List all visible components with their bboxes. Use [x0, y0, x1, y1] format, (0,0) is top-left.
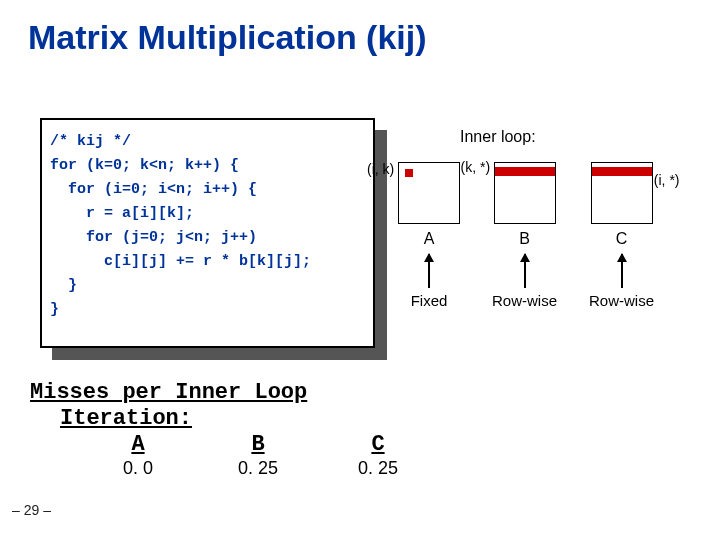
matrix-C-box: (i, *) [591, 162, 653, 224]
matrix-A-box: (i, k) [398, 162, 460, 224]
row-marker [495, 167, 555, 176]
col-header-A: A [78, 432, 198, 457]
arrow-icon [621, 254, 623, 288]
code-frame: /* kij */ for (k=0; k<n; k++) { for (i=0… [40, 118, 375, 348]
inner-loop-label: Inner loop: [460, 128, 536, 146]
fixed-marker [405, 169, 413, 177]
val-C: 0. 25 [318, 458, 438, 479]
matrix-A: (i, k) A Fixed [398, 162, 460, 309]
matrix-A-name: A [424, 230, 435, 248]
col-header-B: B [198, 432, 318, 457]
matrix-C-name: C [616, 230, 628, 248]
matrix-C: (i, *) C Row-wise [589, 162, 654, 309]
matrix-A-index: (i, k) [367, 161, 394, 177]
matrix-A-access: Fixed [411, 292, 448, 309]
val-B: 0. 25 [198, 458, 318, 479]
matrix-B-access: Row-wise [492, 292, 557, 309]
misses-heading-2: Iteration: [60, 406, 192, 431]
matrix-C-access: Row-wise [589, 292, 654, 309]
matrix-B-index: (k, *) [461, 159, 491, 175]
matrix-row: (i, k) A Fixed (k, *) B Row-wise (i, *) … [398, 162, 654, 309]
misses-values: 0. 0 0. 25 0. 25 [78, 458, 438, 479]
arrow-icon [524, 254, 526, 288]
row-marker [592, 167, 652, 176]
col-header-C: C [318, 432, 438, 457]
misses-heading-1: Misses per Inner Loop [30, 380, 307, 405]
val-A: 0. 0 [78, 458, 198, 479]
misses-header: A B C [78, 432, 438, 457]
matrix-C-index: (i, *) [654, 172, 680, 188]
matrix-B: (k, *) B Row-wise [492, 162, 557, 309]
matrix-B-name: B [519, 230, 530, 248]
slide-number: – 29 – [12, 502, 51, 518]
code-box: /* kij */ for (k=0; k<n; k++) { for (i=0… [40, 118, 375, 348]
matrix-B-box: (k, *) [494, 162, 556, 224]
code-content: /* kij */ for (k=0; k<n; k++) { for (i=0… [50, 130, 365, 322]
arrow-icon [428, 254, 430, 288]
slide-title: Matrix Multiplication (kij) [0, 0, 720, 57]
